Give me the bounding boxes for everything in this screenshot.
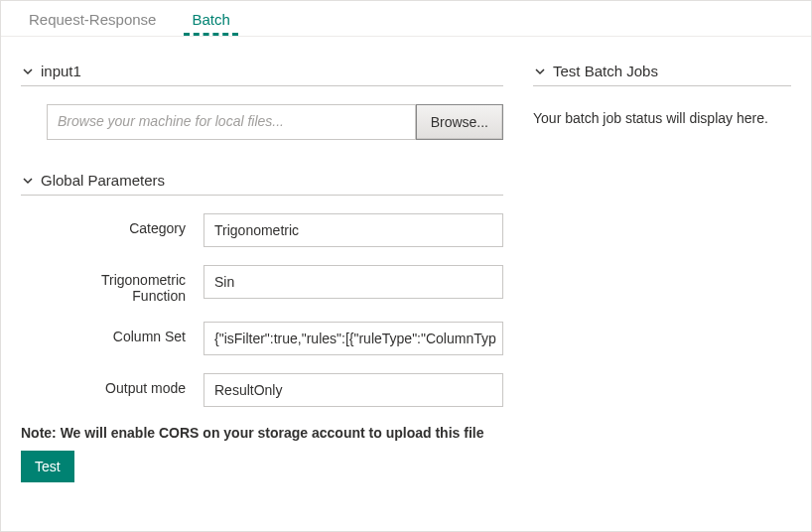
input-column-set[interactable]: {"isFilter":true,"rules":[{"ruleType":"C…	[203, 322, 503, 355]
browse-button[interactable]: Browse...	[416, 104, 503, 140]
chevron-down-icon	[21, 65, 35, 78]
input-trig-function[interactable]: Sin	[203, 265, 503, 299]
chevron-down-icon	[21, 174, 35, 188]
section-header-input1[interactable]: input1	[21, 57, 503, 86]
batch-job-status-text: Your batch job status will display here.	[533, 104, 791, 132]
input-category[interactable]: Trigonometric	[203, 213, 503, 247]
label-category: Category	[47, 213, 186, 236]
label-column-set: Column Set	[47, 322, 186, 344]
label-output-mode: Output mode	[47, 373, 186, 396]
input-output-mode[interactable]: ResultOnly	[203, 373, 503, 407]
chevron-down-icon	[533, 65, 547, 78]
section-title: Test Batch Jobs	[553, 63, 658, 79]
file-path-input[interactable]: Browse your machine for local files...	[47, 104, 416, 140]
section-title: Global Parameters	[41, 172, 165, 189]
section-title: input1	[41, 63, 81, 79]
section-header-test-batch-jobs[interactable]: Test Batch Jobs	[533, 57, 791, 86]
tabs: Request-Response Batch	[1, 1, 811, 37]
tab-batch[interactable]: Batch	[174, 1, 247, 36]
section-header-global-parameters[interactable]: Global Parameters	[21, 166, 503, 196]
test-button[interactable]: Test	[21, 451, 74, 482]
label-trig-function: Trigonometric Function	[47, 265, 186, 304]
cors-note: Note: We will enable CORS on your storag…	[21, 425, 503, 441]
tab-request-response[interactable]: Request-Response	[11, 1, 174, 36]
